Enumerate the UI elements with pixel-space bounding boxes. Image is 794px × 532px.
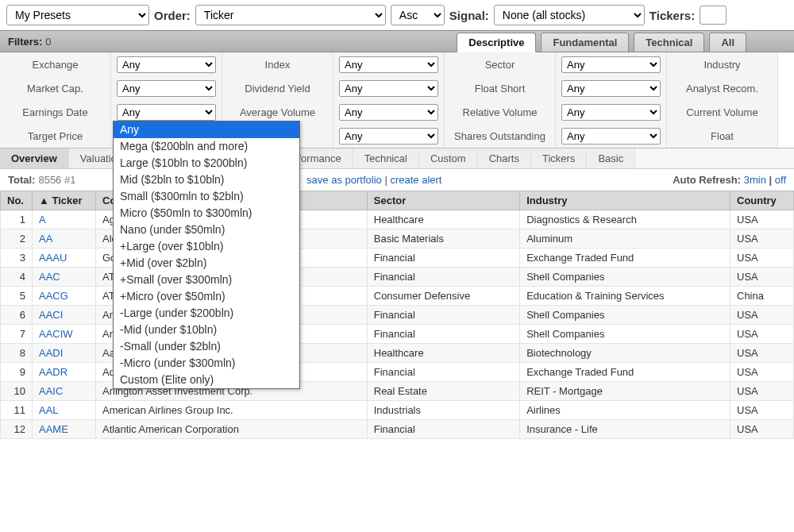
filter-select[interactable]: Any [339, 128, 438, 145]
country-cell: USA [730, 344, 794, 363]
view-tab-technical[interactable]: Technical [353, 148, 419, 168]
col-ticker[interactable]: ▲ Ticker [33, 191, 96, 210]
ticker-link[interactable]: AACI [33, 306, 96, 325]
filter-select[interactable]: Any [339, 56, 438, 73]
filter-label: Earnings Date [0, 100, 111, 124]
filter-tab-fundamental[interactable]: Fundamental [541, 33, 629, 52]
dropdown-option[interactable]: Nano (under $50mln) [114, 222, 299, 238]
filter-label: Exchange [0, 52, 111, 76]
dropdown-option[interactable]: Mega ($200bln and more) [114, 138, 299, 155]
auto-refresh-off[interactable]: off [775, 174, 786, 186]
filter-select[interactable]: Any [561, 56, 661, 73]
row-no: 2 [1, 229, 33, 249]
country-cell: USA [730, 229, 794, 249]
filter-label: Target Price [0, 124, 111, 148]
tickers-input[interactable] [700, 6, 727, 25]
country-cell: USA [730, 382, 794, 401]
col-industry[interactable]: Industry [520, 191, 730, 210]
order-select[interactable]: Ticker [195, 5, 386, 25]
filter-label: Shares Outstanding [445, 124, 556, 148]
filter-select[interactable]: Any [339, 80, 438, 97]
total-label: Total: [8, 174, 35, 186]
view-tab-charts[interactable]: Charts [478, 148, 531, 168]
dropdown-option[interactable]: Custom (Elite only) [114, 372, 299, 388]
filter-label: Market Cap. [0, 76, 111, 100]
create-alert-link[interactable]: create alert [390, 174, 441, 186]
market-cap-dropdown[interactable]: AnyMega ($200bln and more)Large ($10bln … [113, 121, 300, 389]
order-direction-select[interactable]: Asc [391, 5, 445, 25]
ticker-link[interactable]: AADR [33, 363, 96, 382]
filter-select[interactable]: Any [561, 80, 661, 97]
row-no: 6 [1, 306, 33, 325]
sector-cell: Healthcare [367, 344, 519, 363]
dropdown-option[interactable]: -Mid (under $10bln) [114, 322, 299, 338]
ticker-link[interactable]: AADI [33, 344, 96, 363]
dropdown-option[interactable]: Micro ($50mln to $300mln) [114, 205, 299, 222]
dropdown-option[interactable]: +Micro (over $50mln) [114, 288, 299, 305]
view-tab-basic[interactable]: Basic [587, 148, 635, 168]
ticker-link[interactable]: AACIW [33, 325, 96, 344]
dropdown-option[interactable]: +Small (over $300mln) [114, 272, 299, 288]
ticker-link[interactable]: AAIC [33, 382, 96, 401]
dropdown-option[interactable]: +Large (over $10bln) [114, 238, 299, 255]
industry-cell: Shell Companies [520, 325, 730, 344]
save-as-portfolio-link[interactable]: save as portfolio [306, 174, 382, 186]
filter-select[interactable]: Any [561, 104, 661, 121]
dropdown-option[interactable]: Mid ($2bln to $10bln) [114, 172, 299, 188]
ticker-link[interactable]: AACG [33, 287, 96, 306]
presets-select[interactable]: My Presets [6, 5, 149, 25]
filter-label: Dividend Yield [222, 76, 333, 100]
dropdown-option[interactable]: -Small (under $2bln) [114, 338, 299, 355]
filter-select[interactable]: Any [117, 104, 216, 121]
sector-cell: Real Estate [367, 382, 519, 401]
country-cell: USA [730, 249, 794, 268]
company-cell: American Airlines Group Inc. [96, 401, 368, 420]
row-no: 8 [1, 344, 33, 363]
row-no: 9 [1, 363, 33, 382]
sector-cell: Financial [367, 268, 519, 287]
industry-cell: Shell Companies [520, 268, 730, 287]
ticker-link[interactable]: AAAU [33, 249, 96, 268]
col-country[interactable]: Country [730, 191, 794, 210]
filter-label: Relative Volume [445, 100, 556, 124]
col-sector[interactable]: Sector [367, 191, 519, 210]
ticker-link[interactable]: A [33, 210, 96, 229]
filter-select[interactable]: Any [339, 104, 438, 121]
sector-cell: Financial [367, 306, 519, 325]
sector-cell: Basic Materials [367, 229, 519, 249]
filter-label: Float [667, 124, 778, 148]
col-no[interactable]: No. [1, 191, 33, 210]
industry-cell: Shell Companies [520, 306, 730, 325]
ticker-link[interactable]: AAL [33, 401, 96, 420]
industry-cell: Exchange Traded Fund [520, 363, 730, 382]
dropdown-option[interactable]: -Micro (under $300mln) [114, 355, 299, 372]
row-no: 5 [1, 287, 33, 306]
dropdown-option[interactable]: Any [114, 121, 299, 138]
filter-tab-technical[interactable]: Technical [634, 33, 704, 52]
dropdown-option[interactable]: Small ($300mln to $2bln) [114, 188, 299, 205]
country-cell: USA [730, 363, 794, 382]
sector-cell: Healthcare [367, 210, 519, 229]
dropdown-option[interactable]: Large ($10bln to $200bln) [114, 155, 299, 172]
filters-header: Filters: 0 DescriptiveFundamentalTechnic… [0, 30, 794, 52]
signal-select[interactable]: None (all stocks) [494, 5, 645, 25]
sector-cell: Financial [367, 420, 519, 439]
ticker-link[interactable]: AA [33, 229, 96, 249]
view-tab-overview[interactable]: Overview [0, 148, 69, 168]
dropdown-option[interactable]: -Large (under $200bln) [114, 305, 299, 322]
table-row: 11AALAmerican Airlines Group Inc.Industr… [1, 401, 794, 420]
view-tab-tickers[interactable]: Tickers [531, 148, 587, 168]
industry-cell: Exchange Traded Fund [520, 249, 730, 268]
filter-select[interactable]: Any [117, 56, 216, 73]
row-no: 12 [1, 420, 33, 439]
ticker-link[interactable]: AAC [33, 268, 96, 287]
filter-tab-descriptive[interactable]: Descriptive [457, 33, 536, 52]
filter-select[interactable]: Any [561, 128, 661, 145]
auto-refresh-value[interactable]: 3min [744, 174, 766, 186]
dropdown-option[interactable]: +Mid (over $2bln) [114, 255, 299, 272]
filter-tab-all[interactable]: All [709, 33, 746, 52]
view-tab-custom[interactable]: Custom [419, 148, 478, 168]
filter-select[interactable]: Any [117, 80, 216, 97]
tickers-label: Tickers: [649, 9, 695, 22]
ticker-link[interactable]: AAME [33, 420, 96, 439]
